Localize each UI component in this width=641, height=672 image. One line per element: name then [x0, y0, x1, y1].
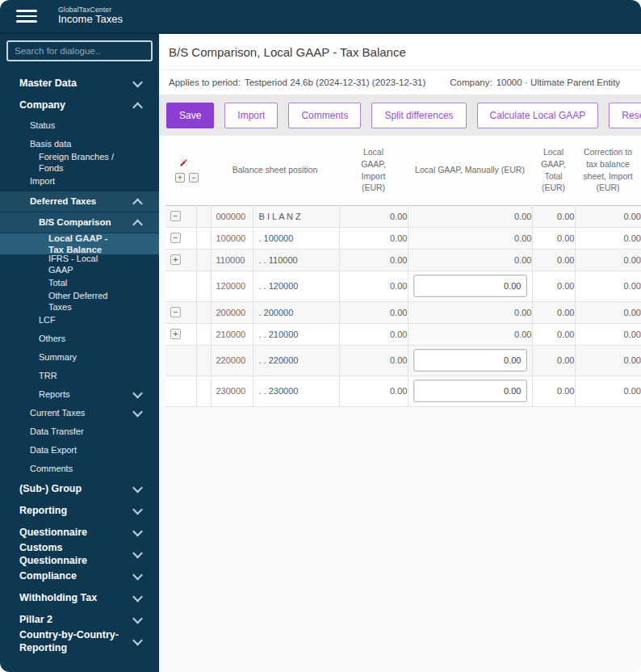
position-name: . 200000: [253, 308, 294, 317]
sidebar-item-label: Reports: [39, 389, 106, 401]
sidebar-item-label: Data Export: [30, 445, 112, 456]
table-row-100000: −100000. 1000000.000.000.000.00: [165, 227, 641, 249]
table-row-110000: +110000. . 1100000.000.000.000.00: [165, 249, 641, 271]
local-gaap-total-value: 0.00: [532, 249, 575, 271]
sidebar-item-reporting[interactable]: Reporting: [0, 500, 159, 522]
meta-company: Company:10000 · Ultimate Parent Entity: [450, 78, 620, 87]
sidebar-item-company[interactable]: Company: [0, 94, 159, 116]
chevron-down-icon: [132, 613, 143, 624]
sidebar-item-questionnaire[interactable]: Questionnaire: [0, 522, 159, 544]
toolbar: SaveImportCommentsSplit differencesCalcu…: [159, 94, 641, 136]
sidebar-item-current-taxes[interactable]: Current Taxes: [0, 404, 159, 422]
column-header-correction-import: Correction to tax balance sheet, Import …: [575, 136, 641, 205]
sidebar-item-master-data[interactable]: Master Data: [0, 73, 159, 94]
sidebar-item-label: Others: [39, 334, 101, 345]
sidebar-item-label: Compliance: [19, 570, 112, 583]
local-gaap-import-value: 0.00: [339, 301, 408, 323]
comments-button[interactable]: Comments: [288, 103, 361, 128]
column-header-local-gaap-manually: Local GAAP, Manually (EUR): [408, 136, 532, 205]
position-number: 230000: [212, 386, 246, 396]
local-gaap-total-value: 0.00: [532, 376, 575, 406]
local-gaap-total-value: 0.00: [532, 301, 575, 323]
reset-values-button[interactable]: Reset values ...: [609, 103, 641, 128]
sidebar-item-basis-data[interactable]: Basis data: [0, 135, 159, 153]
position-number: 200000: [212, 308, 246, 317]
save-button[interactable]: Save: [166, 103, 214, 128]
chevron-up-icon: [132, 102, 143, 112]
hamburger-menu-icon[interactable]: [16, 10, 37, 23]
sidebar-item-local-gaap-tax-balance[interactable]: Local GAAP - Tax Balance: [0, 233, 159, 254]
sidebar-item-others[interactable]: Others: [0, 330, 159, 348]
local-gaap-import-value: 0.00: [339, 205, 408, 227]
collapse-row-button[interactable]: −: [170, 211, 181, 221]
local-gaap-manually-input[interactable]: [413, 275, 527, 297]
search-input[interactable]: [6, 40, 153, 61]
local-gaap-import-value: 0.00: [339, 323, 408, 345]
collapse-row-button[interactable]: −: [170, 307, 181, 317]
sidebar-item-lcf[interactable]: LCF: [0, 311, 159, 330]
table-row-200000: −200000. 2000000.000.000.000.00: [165, 301, 641, 323]
position-name: . . 210000: [253, 330, 299, 339]
chevron-down-icon: [132, 504, 143, 514]
sidebar-item-label: Master Data: [19, 78, 112, 90]
column-header-local-gaap-total: Local GAAP, Total (EUR): [532, 136, 575, 205]
import-button[interactable]: Import: [224, 103, 278, 128]
sidebar-item-country-by-country-reporting[interactable]: Country-by-Country-Reporting: [0, 631, 159, 653]
sidebar-item-import[interactable]: Import: [0, 172, 159, 191]
collapse-row-button[interactable]: −: [170, 233, 181, 243]
sidebar-nav: Master DataCompanyStatusBasis dataForeig…: [0, 68, 159, 672]
position-number: 210000: [212, 330, 246, 339]
calculate-local-gaap-button[interactable]: Calculate Local GAAP: [477, 103, 599, 128]
sidebar-item-reports[interactable]: Reports: [0, 385, 159, 404]
sidebar-item-pillar-2[interactable]: Pillar 2: [0, 609, 159, 631]
expand-row-button[interactable]: +: [170, 329, 181, 339]
sidebar-item-deferred-taxes[interactable]: Deferred Taxes: [0, 191, 159, 212]
sidebar-item-foreign-branches-fonds[interactable]: Foreign Branches / Fonds: [0, 153, 159, 172]
chevron-down-icon: [132, 406, 143, 417]
product-name: Income Taxes: [58, 14, 123, 26]
collapse-all-button[interactable]: −: [189, 173, 199, 183]
correction-import-value: 0.00: [575, 345, 641, 376]
sidebar-item-label: Status: [30, 120, 90, 132]
correction-import-value: 0.00: [575, 249, 641, 271]
sidebar-item-data-export[interactable]: Data Export: [0, 441, 159, 460]
sidebar-item-customs-questionnaire[interactable]: Customs Questionnaire: [0, 544, 159, 565]
app-window: GlobalTaxCenter Income Taxes Master Data…: [0, 0, 641, 672]
position-name: . . 120000: [253, 281, 299, 291]
sidebar-item-sub-group[interactable]: (Sub-) Group: [0, 478, 159, 500]
sidebar-item-summary[interactable]: Summary: [0, 348, 159, 367]
sidebar-item-withholding-tax[interactable]: Withholding Tax: [0, 587, 159, 609]
position-number: 220000: [212, 355, 246, 365]
sidebar-item-data-transfer[interactable]: Data Transfer: [0, 422, 159, 441]
expand-all-button[interactable]: +: [175, 173, 185, 183]
sidebar-item-other-deferred-taxes[interactable]: Other Deferred Taxes: [0, 292, 159, 311]
expand-row-button[interactable]: +: [170, 254, 181, 265]
sidebar-item-compliance[interactable]: Compliance: [0, 565, 159, 587]
sidebar-item-label: Pillar 2: [19, 614, 88, 627]
sidebar-item-total[interactable]: Total: [0, 274, 159, 292]
sidebar-item-label: (Sub-) Group: [19, 483, 117, 496]
sidebar: Master DataCompanyStatusBasis dataForeig…: [0, 34, 159, 672]
sidebar-item-status[interactable]: Status: [0, 116, 159, 135]
split-differences-button[interactable]: Split differences: [371, 103, 466, 128]
sidebar-item-ifrs-local-gaap[interactable]: IFRS - Local GAAP: [0, 255, 159, 274]
local-gaap-manually-input[interactable]: [413, 349, 527, 372]
correction-import-value: 0.00: [575, 376, 641, 406]
main-content: B/S Comparison, Local GAAP - Tax Balance…: [159, 34, 641, 672]
context-info-bar: Applies to period:Testperiod 24.6b (2024…: [159, 70, 641, 94]
sidebar-item-label: Withholding Tax: [19, 592, 132, 605]
sidebar-item-label: Reporting: [19, 505, 103, 518]
page-title: B/S Comparison, Local GAAP - Tax Balance: [159, 45, 406, 59]
sidebar-item-label: Comments: [30, 464, 108, 475]
sidebar-item-trr[interactable]: TRR: [0, 367, 159, 385]
sidebar-item-comments[interactable]: Comments: [0, 460, 159, 478]
app-logo: GlobalTaxCenter Income Taxes: [58, 6, 123, 27]
chevron-down-icon: [132, 526, 143, 536]
chevron-up-icon: [132, 198, 143, 208]
local-gaap-manually-input[interactable]: [413, 380, 527, 402]
top-bar: GlobalTaxCenter Income Taxes: [0, 0, 641, 34]
meta-applies-to-period: Applies to period:Testperiod 24.6b (2024…: [169, 78, 425, 87]
sidebar-item-label: Data Transfer: [30, 426, 119, 438]
sidebar-item-b-s-comparison[interactable]: B/S Comparison: [0, 212, 159, 233]
balance-sheet-table: + − Balance sheet position Local GAAP, I…: [165, 136, 641, 407]
